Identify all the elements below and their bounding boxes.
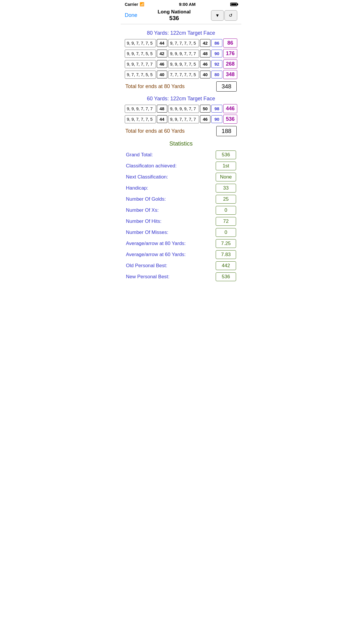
- stat-value-10: 442: [216, 261, 236, 270]
- combined-2: 92: [211, 60, 222, 68]
- section-80yards-title: 80 Yards: 122cm Target Face: [125, 30, 237, 36]
- stat-label-10: Old Personal Best:: [126, 263, 167, 269]
- left-arrows-0: 9, 9, 9, 7, 7, 7: [125, 105, 156, 113]
- total-value-80yards: 348: [216, 81, 237, 92]
- stat-value-0: 536: [216, 150, 236, 159]
- combined-0: 86: [211, 39, 222, 47]
- stat-value-1: 1st: [216, 162, 236, 170]
- left-arrows-0: 9, 9, 7, 7, 7, 5: [125, 39, 156, 47]
- nav-title: Long National 536: [158, 9, 191, 22]
- stat-value-7: 0: [216, 228, 236, 237]
- stat-row: Number Of Hits: 72: [125, 217, 237, 226]
- ends-60yards: 9, 9, 9, 7, 7, 7 48 9, 9, 9, 9, 7, 7 50 …: [125, 104, 237, 124]
- statistics-title: Statistics: [125, 140, 237, 147]
- reset-icon: ↺: [229, 13, 233, 18]
- status-left: Carrier 📶: [125, 2, 144, 7]
- nav-bar: Done Long National 536 ▼ ↺: [121, 7, 241, 24]
- battery-icon: [230, 3, 237, 6]
- right-total-1: 46: [200, 115, 210, 123]
- section-60yards: 60 Yards: 122cm Target Face 9, 9, 9, 7, …: [125, 96, 237, 136]
- stat-value-5: 0: [216, 206, 236, 215]
- total-row-80yards: Total for ends at 80 Yards 348: [125, 81, 237, 92]
- left-total-0: 44: [157, 39, 167, 47]
- sort-button[interactable]: ▼: [211, 10, 224, 21]
- right-total-3: 40: [200, 71, 210, 78]
- combined-3: 80: [211, 71, 222, 78]
- done-button[interactable]: Done: [125, 12, 137, 18]
- stat-label-1: Classificaton achieved:: [126, 163, 177, 169]
- stat-label-8: Average/arrow at 80 Yards:: [126, 241, 186, 246]
- stat-row: Old Personal Best: 442: [125, 261, 237, 270]
- score-row: 9, 9, 7, 7, 7, 7 46 9, 9, 9, 7, 7, 5 46 …: [125, 60, 237, 69]
- total-label-60yards: Total for ends at 60 Yards: [125, 128, 184, 134]
- stat-row: Number Of Golds: 25: [125, 195, 237, 204]
- stat-value-2: None: [216, 173, 236, 181]
- score-row: 9, 9, 7, 7, 7, 5 44 9, 9, 7, 7, 7, 7 46 …: [125, 115, 237, 124]
- section-80yards: 80 Yards: 122cm Target Face 9, 9, 7, 7, …: [125, 30, 237, 92]
- status-time: 9:00 AM: [179, 2, 196, 7]
- combined-1: 90: [211, 115, 222, 123]
- left-arrows-3: 9, 7, 7, 7, 5, 5: [125, 71, 156, 79]
- stat-row: Handicap: 33: [125, 184, 237, 192]
- right-total-1: 48: [200, 50, 210, 57]
- stat-label-2: Next Classification:: [126, 174, 168, 180]
- running-total-1: 176: [223, 49, 237, 58]
- stat-label-4: Number Of Golds:: [126, 196, 166, 202]
- total-value-60yards: 188: [216, 126, 237, 136]
- nav-title-line2: 536: [158, 15, 191, 22]
- nav-controls: ▼ ↺: [211, 10, 237, 21]
- carrier-label: Carrier: [125, 2, 138, 7]
- score-row: 9, 9, 7, 7, 5, 5 42 9, 9, 9, 7, 7, 7 48 …: [125, 49, 237, 58]
- right-total-2: 46: [200, 60, 210, 68]
- right-arrows-3: 7, 7, 7, 7, 7, 5: [168, 71, 199, 79]
- score-row: 9, 9, 9, 7, 7, 7 48 9, 9, 9, 9, 7, 7 50 …: [125, 104, 237, 113]
- stat-label-7: Number Of Misses:: [126, 230, 168, 235]
- stat-value-4: 25: [216, 195, 236, 204]
- stats-list: Grand Total: 536 Classificaton achieved:…: [125, 150, 237, 281]
- section-60yards-title: 60 Yards: 122cm Target Face: [125, 96, 237, 102]
- stat-row: Number Of Xs: 0: [125, 206, 237, 215]
- right-arrows-2: 9, 9, 9, 7, 7, 5: [168, 60, 199, 68]
- stat-label-6: Number Of Hits:: [126, 218, 161, 224]
- stat-value-6: 72: [216, 217, 236, 226]
- right-total-0: 50: [200, 105, 210, 113]
- wifi-icon: 📶: [140, 2, 144, 6]
- right-total-0: 42: [200, 39, 210, 47]
- right-arrows-0: 9, 7, 7, 7, 7, 5: [168, 39, 199, 47]
- stat-value-9: 7.83: [216, 250, 236, 259]
- left-total-1: 44: [157, 115, 167, 123]
- stat-label-0: Grand Total:: [126, 152, 153, 158]
- stat-label-3: Handicap:: [126, 185, 148, 191]
- reset-button[interactable]: ↺: [224, 10, 237, 21]
- sort-icon: ▼: [215, 13, 220, 18]
- stat-row: Number Of Misses: 0: [125, 228, 237, 237]
- right-arrows-1: 9, 9, 9, 7, 7, 7: [168, 50, 199, 58]
- stat-row: Classificaton achieved: 1st: [125, 162, 237, 170]
- score-row: 9, 7, 7, 7, 5, 5 40 7, 7, 7, 7, 7, 5 40 …: [125, 70, 237, 79]
- stat-row: Next Classification: None: [125, 173, 237, 181]
- left-total-3: 40: [157, 71, 167, 78]
- running-total-1: 536: [223, 115, 237, 124]
- statistics-section: Statistics Grand Total: 536 Classificato…: [125, 140, 237, 281]
- combined-0: 98: [211, 105, 222, 113]
- stat-value-11: 536: [216, 272, 236, 281]
- right-arrows-0: 9, 9, 9, 9, 7, 7: [168, 105, 199, 113]
- right-arrows-1: 9, 9, 7, 7, 7, 7: [168, 115, 199, 123]
- score-row: 9, 9, 7, 7, 7, 5 44 9, 7, 7, 7, 7, 5 42 …: [125, 38, 237, 48]
- stat-label-9: Average/arrow at 60 Yards:: [126, 252, 186, 258]
- running-total-0: 446: [223, 104, 237, 113]
- status-bar: Carrier 📶 9:00 AM: [121, 0, 241, 7]
- left-total-2: 46: [157, 60, 167, 68]
- total-row-60yards: Total for ends at 60 Yards 188: [125, 126, 237, 136]
- status-right: [230, 3, 237, 6]
- left-total-1: 42: [157, 50, 167, 57]
- stat-label-5: Number Of Xs:: [126, 207, 159, 213]
- running-total-3: 348: [223, 70, 237, 79]
- ends-80yards: 9, 9, 7, 7, 7, 5 44 9, 7, 7, 7, 7, 5 42 …: [125, 38, 237, 79]
- total-label-80yards: Total for ends at 80 Yards: [125, 83, 184, 90]
- left-arrows-2: 9, 9, 7, 7, 7, 7: [125, 60, 156, 68]
- running-total-2: 268: [223, 60, 237, 69]
- stat-row: Grand Total: 536: [125, 150, 237, 159]
- stat-label-11: New Personal Best:: [126, 274, 169, 280]
- left-arrows-1: 9, 9, 7, 7, 7, 5: [125, 115, 156, 123]
